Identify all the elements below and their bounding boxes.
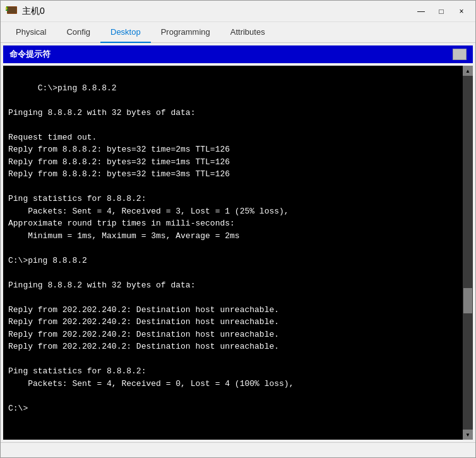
cmd-close-button[interactable] <box>453 49 467 60</box>
cmd-header: 命令提示符 <box>3 45 473 63</box>
svg-rect-1 <box>8 7 16 13</box>
terminal-container: C:\>ping 8.8.8.2 Pinging 8.8.8.2 with 32… <box>3 66 473 440</box>
tab-bar: Physical Config Desktop Programming Attr… <box>1 22 475 43</box>
title-bar: 主机0 — □ × <box>1 1 475 22</box>
tab-physical[interactable]: Physical <box>6 22 56 43</box>
tab-desktop[interactable]: Desktop <box>100 22 151 43</box>
bottom-bar <box>1 442 475 457</box>
tab-config[interactable]: Config <box>56 22 100 43</box>
app-icon <box>6 5 18 18</box>
maximize-button[interactable]: □ <box>432 5 450 18</box>
terminal-scrollbar: ▲ ▼ <box>463 66 473 440</box>
scroll-thumb[interactable] <box>463 288 472 313</box>
minimize-button[interactable]: — <box>412 5 430 18</box>
cmd-title: 命令提示符 <box>9 49 51 60</box>
scroll-down-button[interactable]: ▼ <box>463 430 473 440</box>
terminal-output[interactable]: C:\>ping 8.8.8.2 Pinging 8.8.8.2 with 32… <box>3 66 463 440</box>
close-button[interactable]: × <box>453 5 470 18</box>
terminal-text: C:\>ping 8.8.8.2 Pinging 8.8.8.2 with 32… <box>8 83 294 413</box>
main-window: 主机0 — □ × Physical Config Desktop Progra… <box>0 0 476 458</box>
tab-programming[interactable]: Programming <box>151 22 220 43</box>
window-controls: — □ × <box>412 5 470 18</box>
scroll-up-button[interactable]: ▲ <box>463 66 473 76</box>
scroll-track <box>463 76 473 430</box>
tab-attributes[interactable]: Attributes <box>220 22 275 43</box>
window-title: 主机0 <box>22 6 45 17</box>
title-left: 主机0 <box>6 5 45 18</box>
